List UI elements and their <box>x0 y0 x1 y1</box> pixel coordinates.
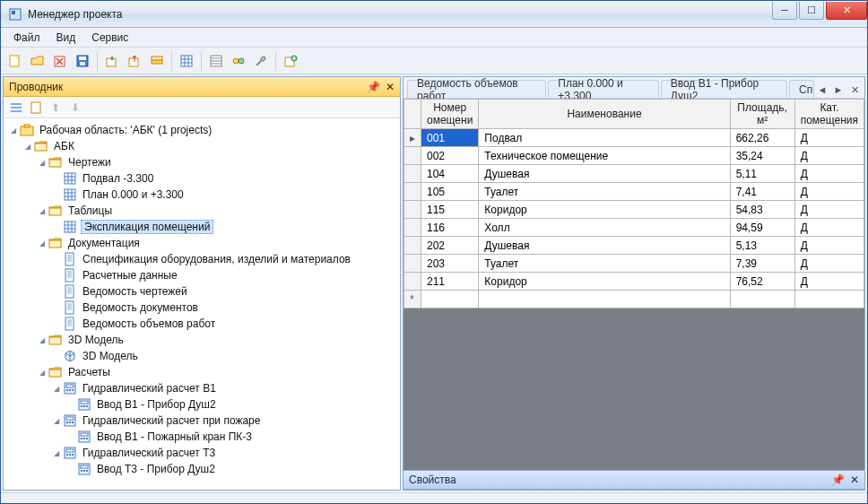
tree-calc-2-child-0[interactable]: Ввод Т3 - Прибор Душ2 <box>4 461 400 477</box>
tb-new-icon[interactable] <box>4 50 26 72</box>
cell-1-2[interactable]: 35,24 <box>730 147 794 165</box>
tb-save-icon[interactable] <box>72 50 93 72</box>
tree-twist-icon[interactable] <box>36 369 48 377</box>
sheet-icon[interactable] <box>27 99 45 117</box>
table-row[interactable]: 002Техническое помещение35,24Д <box>404 147 864 165</box>
col-header-0[interactable]: Номер омещени <box>421 100 479 129</box>
tree-tables[interactable]: Таблицы <box>4 203 400 219</box>
cell-6-2[interactable]: 5,13 <box>730 237 794 255</box>
cell-7-3[interactable]: Д <box>794 255 864 273</box>
tab-3[interactable]: Сп <box>789 80 814 98</box>
tree-docs[interactable]: Документация <box>4 235 400 251</box>
tree-calc-1-child-0[interactable]: Ввод В1 - Пожарный кран ПК-3 <box>4 429 400 445</box>
cell-2-1[interactable]: Душевая <box>479 165 730 183</box>
cell-3-0[interactable]: 105 <box>421 183 479 201</box>
tab-2[interactable]: Ввод В1 - Прибор Душ2 <box>661 80 787 98</box>
tree-twist-icon[interactable] <box>36 239 48 248</box>
tree-drawing-1[interactable]: План 0.000 и +3.300 <box>4 187 400 203</box>
cell-7-2[interactable]: 7,39 <box>730 255 794 273</box>
close-panel-icon[interactable]: ✕ <box>850 474 859 486</box>
row-indicator[interactable] <box>404 273 421 291</box>
tree-calc-0-child-0[interactable]: Ввод В1 - Прибор Душ2 <box>4 396 400 413</box>
tb-import-icon[interactable] <box>101 50 123 72</box>
tree-project[interactable]: АБК <box>4 138 400 154</box>
tree-twist-icon[interactable] <box>36 336 48 344</box>
tb-add-icon[interactable] <box>280 50 301 72</box>
tb-delete-icon[interactable] <box>49 50 71 72</box>
cell-2-2[interactable]: 5,11 <box>730 165 794 183</box>
tab-prev-icon[interactable]: ◄ <box>816 83 829 96</box>
tree-twist-icon[interactable] <box>50 417 63 425</box>
tab-0[interactable]: Ведомость объемов работ <box>407 80 546 98</box>
tree-twist-icon[interactable] <box>50 385 63 393</box>
cell-8-1[interactable]: Коридор <box>479 273 730 291</box>
cell-6-3[interactable]: Д <box>794 237 864 255</box>
col-header-3[interactable]: Кат. помещения <box>794 100 864 129</box>
cell-7-0[interactable]: 203 <box>421 255 479 273</box>
cell-5-3[interactable]: Д <box>794 219 864 237</box>
tree-model-item-0[interactable]: 3D Модель <box>4 348 400 364</box>
cell-1-3[interactable]: Д <box>794 147 864 165</box>
title-bar[interactable]: Менеджер проекта ─ ☐ ✕ <box>1 1 867 28</box>
cell-4-1[interactable]: Коридор <box>479 201 730 219</box>
cell-0-1[interactable]: Подвал <box>479 129 730 147</box>
cell-2-3[interactable]: Д <box>794 165 864 183</box>
table-row[interactable]: 202Душевая5,13Д <box>404 237 864 255</box>
new-row[interactable]: * <box>404 291 864 308</box>
cell-7-1[interactable]: Туалет <box>479 255 730 273</box>
cell-8-0[interactable]: 211 <box>421 273 479 291</box>
cell-4-2[interactable]: 54,83 <box>730 201 794 219</box>
tree-drawings[interactable]: Чертежи <box>4 154 400 170</box>
pin-icon[interactable]: 📌 <box>831 474 845 486</box>
tree-doc-3[interactable]: Ведомость документов <box>4 300 400 316</box>
close-panel-icon[interactable]: ✕ <box>386 81 395 93</box>
pin-icon[interactable]: 📌 <box>367 81 380 93</box>
row-indicator[interactable] <box>404 255 421 273</box>
tree-drawing-0[interactable]: Подвал -3.300 <box>4 170 400 187</box>
row-indicator[interactable] <box>404 201 421 219</box>
tree-doc-1[interactable]: Расчетные данные <box>4 267 400 283</box>
cell-4-0[interactable]: 115 <box>421 201 479 219</box>
tab-next-icon[interactable]: ► <box>832 83 845 96</box>
cell-1-1[interactable]: Техническое помещение <box>479 147 730 165</box>
tree-twist-icon[interactable] <box>22 143 34 151</box>
tree-twist-icon[interactable] <box>36 207 48 215</box>
up-arrow-icon[interactable]: ⬆ <box>47 99 65 117</box>
tree-doc-2[interactable]: Ведомость чертежей <box>4 283 400 300</box>
cell-4-3[interactable]: Д <box>794 201 864 219</box>
tb-table-icon[interactable] <box>205 50 227 72</box>
cell-0-0[interactable]: 001 <box>421 129 479 147</box>
tree-doc-4[interactable]: Ведомость объемов работ <box>4 316 400 332</box>
cell-0-2[interactable]: 662,26 <box>730 129 794 147</box>
row-indicator[interactable] <box>404 165 421 183</box>
tree-twist-icon[interactable] <box>36 159 48 167</box>
table-row[interactable]: 105Туалет7,41Д <box>404 183 864 201</box>
tree-doc-0[interactable]: Спецификация оборудования, изделий и мат… <box>4 251 400 267</box>
cell-8-3[interactable]: Д <box>794 273 864 291</box>
tree-root[interactable]: Рабочая область: 'АБК' (1 projects) <box>4 122 400 138</box>
col-header-1[interactable]: Наименование <box>479 100 730 129</box>
table-row[interactable]: 211Коридор76,52Д <box>404 273 864 291</box>
tab-close-icon[interactable]: ✕ <box>848 83 861 96</box>
menu-service[interactable]: Сервис <box>84 30 135 46</box>
cell-6-1[interactable]: Душевая <box>479 237 730 255</box>
tree-calcs[interactable]: Расчеты <box>4 364 400 380</box>
cell-2-0[interactable]: 104 <box>421 165 479 183</box>
cell-0-3[interactable]: Д <box>794 129 864 147</box>
menu-file[interactable]: Файл <box>6 30 48 46</box>
cell-8-2[interactable]: 76,52 <box>730 273 794 291</box>
explorer-header[interactable]: Проводник 📌 ✕ <box>4 77 400 97</box>
table-row[interactable]: 115Коридор54,83Д <box>404 201 864 219</box>
tab-1[interactable]: План 0.000 и +3.300 <box>548 80 658 98</box>
list-view-icon[interactable] <box>7 99 25 117</box>
tb-link-icon[interactable] <box>228 50 249 72</box>
menu-view[interactable]: Вид <box>49 30 83 46</box>
cell-3-3[interactable]: Д <box>794 183 864 201</box>
tb-wrench-icon[interactable] <box>250 50 272 72</box>
row-indicator-new[interactable]: * <box>404 291 421 308</box>
tb-grid-icon[interactable] <box>176 50 197 72</box>
cell-3-1[interactable]: Туалет <box>479 183 730 201</box>
tree-calc-0[interactable]: Гидравлический расчет В1 <box>4 380 400 396</box>
table-row[interactable]: ▸001Подвал662,26Д <box>404 129 864 147</box>
close-button[interactable]: ✕ <box>826 2 867 20</box>
